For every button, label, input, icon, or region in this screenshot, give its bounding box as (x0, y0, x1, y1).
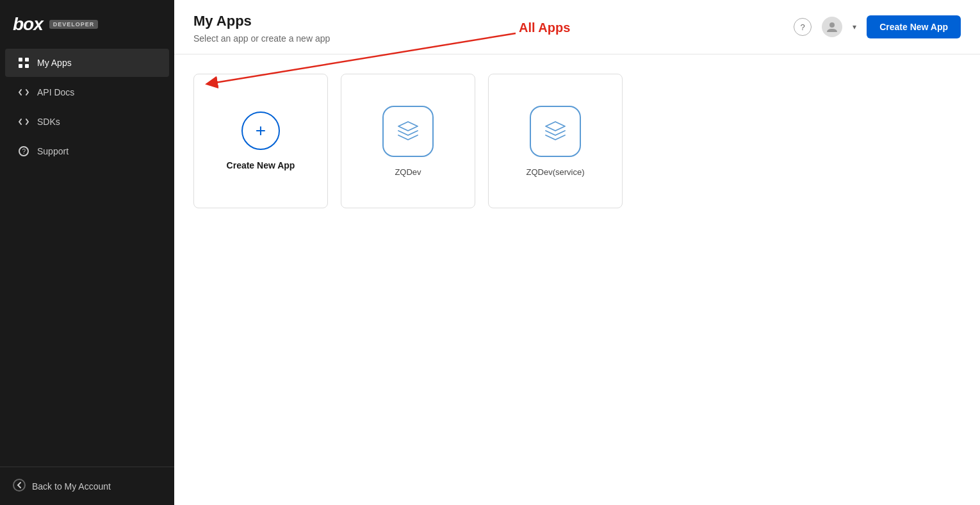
topbar-right: ? ▾ Create New App (794, 13, 961, 38)
sidebar-logo: box DEVELOPER (0, 0, 174, 46)
help-button[interactable]: ? (794, 18, 812, 36)
logo-badge: DEVELOPER (49, 20, 99, 29)
create-new-app-card[interactable]: + Create New App (193, 74, 328, 208)
svg-rect-0 (19, 58, 22, 62)
sidebar-item-my-apps[interactable]: My Apps (5, 49, 169, 77)
plus-icon: + (241, 112, 280, 150)
page-subtitle: Select an app or create a new app (193, 33, 794, 44)
back-label: Back to My Account (32, 481, 111, 492)
svg-rect-3 (25, 64, 29, 68)
sidebar-item-support[interactable]: ? Support (5, 137, 169, 165)
sidebar-navigation: My Apps API Docs SDKs (0, 46, 174, 467)
svg-rect-1 (25, 58, 29, 62)
sidebar-item-label: API Docs (37, 87, 74, 97)
sidebar: box DEVELOPER My Apps (0, 0, 174, 505)
svg-marker-10 (398, 122, 418, 131)
page-title: My Apps (193, 13, 794, 29)
code-icon (18, 87, 29, 98)
back-icon (13, 479, 26, 493)
svg-point-7 (829, 22, 835, 28)
sidebar-item-label: Support (37, 146, 69, 156)
sidebar-item-api-docs[interactable]: API Docs (5, 78, 169, 106)
create-new-app-button-header[interactable]: Create New App (867, 15, 961, 38)
zqdev-app-card[interactable]: ZQDev (341, 74, 475, 208)
code-icon-2 (18, 116, 29, 128)
sidebar-item-sdks[interactable]: SDKs (5, 108, 169, 136)
svg-marker-11 (546, 122, 565, 131)
sidebar-footer: Back to My Account (0, 467, 174, 505)
back-to-account-button[interactable]: Back to My Account (13, 479, 161, 493)
svg-rect-2 (19, 64, 22, 68)
logo-text: box (13, 14, 43, 35)
main-content: My Apps Select an app or create a new ap… (174, 0, 980, 505)
zqdev-icon (382, 106, 434, 157)
svg-text:?: ? (22, 148, 26, 155)
apps-content: + Create New App ZQDev (174, 54, 980, 505)
create-card-label: Create New App (227, 160, 295, 170)
question-icon: ? (18, 145, 29, 157)
apps-grid: + Create New App ZQDev (193, 74, 961, 208)
zqdev-service-app-card[interactable]: ZQDev(service) (488, 74, 623, 208)
zqdev-label: ZQDev (395, 167, 421, 177)
sidebar-item-label: SDKs (37, 117, 60, 127)
zqdev-service-label: ZQDev(service) (526, 167, 584, 177)
avatar[interactable] (822, 17, 842, 37)
svg-point-6 (13, 479, 25, 491)
zqdev-service-icon (530, 106, 581, 157)
topbar-left: My Apps Select an app or create a new ap… (193, 13, 794, 54)
grid-icon (18, 57, 29, 69)
topbar: My Apps Select an app or create a new ap… (174, 0, 980, 54)
user-dropdown-caret[interactable]: ▾ (853, 22, 856, 31)
sidebar-item-label: My Apps (37, 58, 72, 68)
